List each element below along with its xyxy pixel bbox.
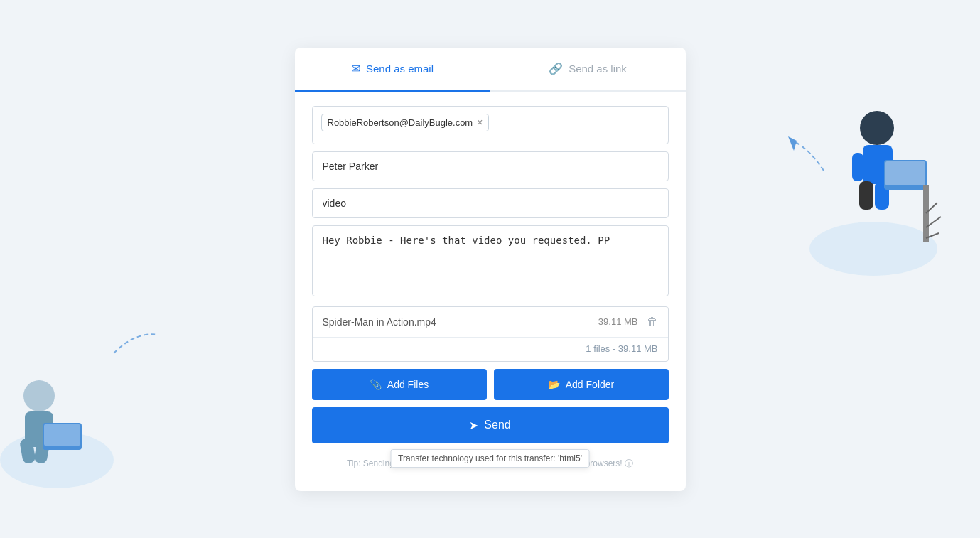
send-icon: ➤ [469,419,478,432]
tooltip-text: Transfer technology used for this transf… [398,453,582,463]
recipients-field[interactable]: RobbieRobertson@DailyBugle.com × [312,106,669,144]
svg-rect-6 [44,424,80,446]
svg-point-9 [860,111,894,145]
svg-point-1 [23,380,55,411]
svg-rect-11 [852,153,863,181]
email-tag: RobbieRobertson@DailyBugle.com × [321,114,490,131]
subject-input[interactable] [312,188,669,218]
file-row: Spider-Man in Action.mp4 39.11 MB 🗑 [313,307,668,337]
add-folder-label: Add Folder [566,379,614,390]
tab-link[interactable]: 🔗 Send as link [490,48,686,92]
svg-rect-12 [859,181,873,210]
paperclip-icon: 📎 [370,379,382,390]
files-summary: 1 files - 39.11 MB [313,337,668,361]
envelope-icon: ✉ [351,62,360,75]
folder-icon: 📂 [548,379,560,390]
transfer-tooltip: Transfer technology used for this transf… [390,449,590,468]
add-folder-button[interactable]: 📂 Add Folder [494,369,669,400]
add-files-label: Add Files [387,379,429,390]
send-label: Send [484,419,510,431]
file-size: 39.11 MB [598,316,638,327]
email-tag-value: RobbieRobertson@DailyBugle.com [328,117,473,128]
files-box: Spider-Man in Action.mp4 39.11 MB 🗑 1 fi… [312,306,669,362]
add-files-button[interactable]: 📎 Add Files [312,369,487,400]
form-area: RobbieRobertson@DailyBugle.com × Spider-… [295,106,686,362]
tabs-container: ✉ Send as email 🔗 Send as link [295,48,686,92]
svg-rect-15 [885,161,925,185]
file-delete-button[interactable]: 🗑 [647,316,658,328]
send-button[interactable]: ➤ Send Transfer technology used for this… [312,407,669,443]
tab-email[interactable]: ✉ Send as email [295,48,490,92]
message-input[interactable] [312,225,669,296]
link-icon: 🔗 [549,62,563,75]
info-icon: ⓘ [625,458,633,468]
right-decoration [753,57,952,284]
left-decoration [0,296,156,495]
secondary-buttons: 📎 Add Files 📂 Add Folder [295,369,686,400]
svg-point-8 [809,222,937,276]
file-meta: 39.11 MB 🗑 [598,316,658,328]
sender-name-input[interactable] [312,151,669,181]
remove-email-button[interactable]: × [477,117,483,127]
tab-email-label: Send as email [366,63,434,75]
tab-link-label: Send as link [569,63,627,75]
svg-marker-20 [788,136,797,151]
main-card: ✉ Send as email 🔗 Send as link RobbieRob… [295,48,686,491]
file-name: Spider-Man in Action.mp4 [323,316,436,328]
